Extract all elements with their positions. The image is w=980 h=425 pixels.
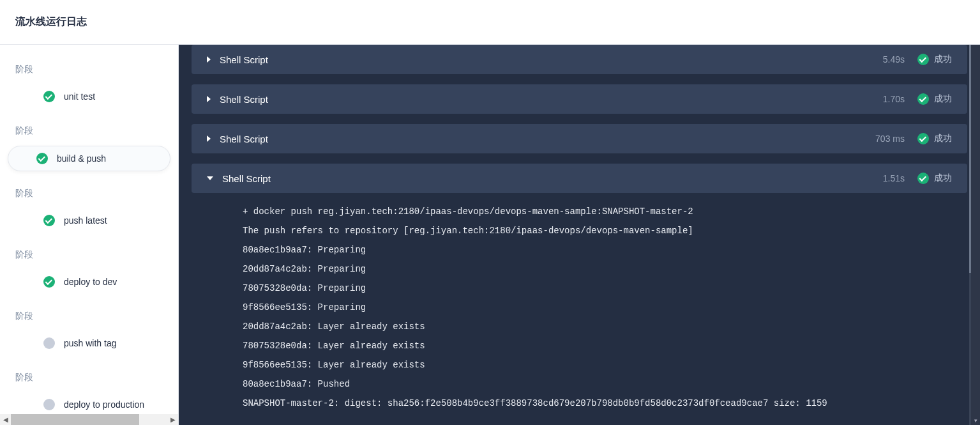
stage-name: build & push: [57, 153, 106, 164]
stage-name: push latest: [64, 215, 107, 226]
stage-name: deploy to production: [64, 399, 144, 410]
step-row[interactable]: Shell Script5.49s成功: [192, 45, 967, 74]
scroll-thumb[interactable]: [11, 414, 139, 425]
step-row[interactable]: Shell Script1.51s成功: [192, 164, 967, 193]
step-status: 成功: [917, 133, 952, 144]
step-status-text: 成功: [934, 133, 952, 144]
header: 流水线运行日志: [0, 0, 980, 45]
stage-label: 阶段: [0, 58, 178, 82]
sidebar-stage-item[interactable]: deploy to production: [8, 392, 170, 417]
step-status: 成功: [917, 173, 952, 184]
step-duration: 703 ms: [875, 134, 905, 144]
sidebar-stage-item[interactable]: unit test: [8, 84, 170, 109]
scroll-left-icon[interactable]: ◀: [0, 414, 11, 425]
step-status-text: 成功: [934, 93, 952, 105]
scroll-right-icon[interactable]: ▶: [167, 414, 178, 425]
step-title: Shell Script: [220, 94, 883, 105]
sidebar-stage-item[interactable]: push latest: [8, 208, 170, 233]
check-circle-icon: [917, 93, 929, 105]
check-circle-icon: [917, 133, 929, 144]
scroll-down-icon[interactable]: ▾: [971, 416, 980, 425]
outer-vertical-scrollbar[interactable]: ▾: [971, 45, 980, 425]
stage-name: unit test: [64, 91, 95, 102]
stage-label: 阶段: [0, 304, 178, 328]
caret-right-icon: [207, 96, 211, 102]
stage-label: 阶段: [0, 119, 178, 143]
log-panel: Shell Script5.49s成功Shell Script1.70s成功Sh…: [179, 45, 980, 425]
check-circle-icon: [36, 153, 48, 164]
pending-circle-icon: [43, 399, 55, 410]
sidebar-stage-item[interactable]: deploy to dev: [8, 270, 170, 294]
step-status: 成功: [917, 54, 952, 65]
stage-name: deploy to dev: [64, 277, 117, 287]
caret-down-icon: [207, 176, 213, 180]
sidebar-horizontal-scrollbar[interactable]: ◀ ▶: [0, 414, 178, 425]
step-row[interactable]: Shell Script1.70s成功: [192, 84, 967, 114]
body: 阶段unit test阶段build & push阶段push latest阶段…: [0, 45, 980, 425]
page-title: 流水线运行日志: [15, 15, 87, 29]
sidebar: 阶段unit test阶段build & push阶段push latest阶段…: [0, 45, 179, 425]
step-row[interactable]: Shell Script703 ms成功: [192, 124, 967, 153]
caret-right-icon: [207, 56, 211, 63]
stage-name: push with tag: [64, 338, 117, 348]
step-status-text: 成功: [934, 54, 952, 65]
check-circle-icon: [917, 173, 929, 184]
sidebar-stage-item[interactable]: build & push: [8, 146, 170, 171]
check-circle-icon: [43, 215, 55, 226]
pending-circle-icon: [43, 337, 55, 349]
step-title: Shell Script: [220, 134, 875, 144]
check-circle-icon: [43, 276, 55, 288]
check-circle-icon: [917, 54, 929, 65]
caret-right-icon: [207, 135, 211, 142]
step-title: Shell Script: [220, 54, 883, 65]
log-output: + docker push reg.jiyan.tech:2180/ipaas-…: [192, 193, 967, 413]
step-status-text: 成功: [934, 173, 952, 184]
stage-label: 阶段: [0, 182, 178, 206]
stage-label: 阶段: [0, 243, 178, 267]
step-duration: 5.49s: [883, 54, 905, 65]
step-status: 成功: [917, 93, 952, 105]
step-duration: 1.70s: [883, 94, 905, 104]
scroll-track[interactable]: [11, 414, 167, 425]
stage-label: 阶段: [0, 366, 178, 390]
step-duration: 1.51s: [883, 173, 905, 183]
sidebar-stage-item[interactable]: push with tag: [8, 331, 170, 355]
steps-container: Shell Script5.49s成功Shell Script1.70s成功Sh…: [192, 45, 967, 419]
check-circle-icon: [43, 91, 55, 102]
step-title: Shell Script: [222, 173, 883, 184]
